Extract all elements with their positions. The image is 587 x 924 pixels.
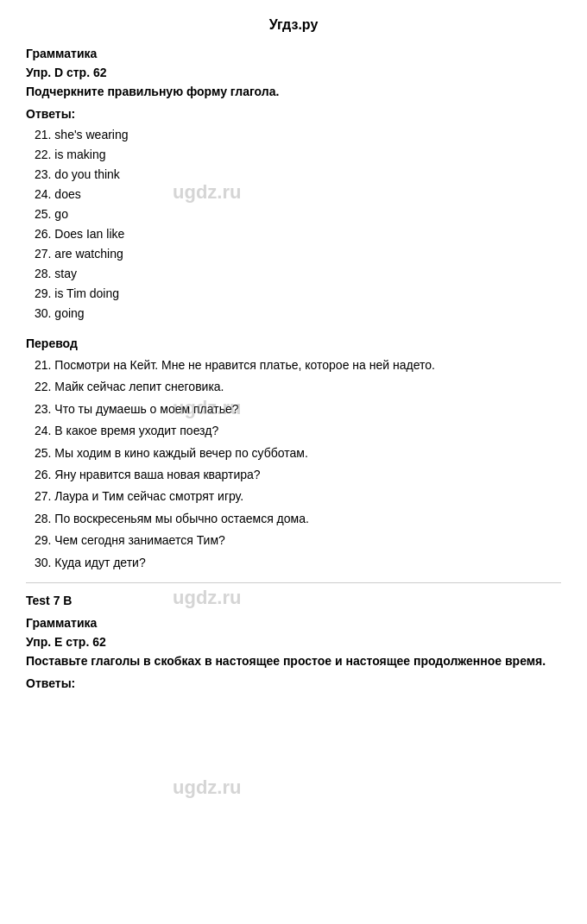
answer-item: 22. is making (35, 146, 561, 164)
answer-item: 27. are watching (35, 245, 561, 263)
translation-item: 29. Чем сегодня занимается Тим? (35, 531, 561, 550)
answer-item: 26. Does Ian like (35, 225, 561, 243)
answer-item: 23. do you think (35, 166, 561, 184)
translation-list: 21. Посмотри на Кейт. Мне не нравится пл… (26, 355, 561, 572)
translation-label: Перевод (26, 336, 561, 350)
translation-section: Перевод 21. Посмотри на Кейт. Мне не нра… (26, 336, 561, 572)
site-title: Угдз.ру (26, 17, 561, 33)
answer-item: 29. is Tim doing (35, 285, 561, 303)
translation-item: 28. По воскресеньям мы обычно остаемся д… (35, 509, 561, 528)
exercise-ref-2: Упр. Е стр. 62 (26, 635, 561, 649)
answers-label-1: Ответы: (26, 107, 561, 121)
translation-item: 26. Яну нравится ваша новая квартира? (35, 465, 561, 484)
grammar-label-2: Грамматика (26, 616, 561, 630)
watermark-4: ugdz.ru (173, 776, 241, 799)
answers-list-1: 21. she's wearing22. is making23. do you… (26, 126, 561, 323)
translation-item: 24. В какое время уходит поезд? (35, 421, 561, 440)
answer-item: 25. go (35, 205, 561, 223)
instruction-2: Поставьте глаголы в скобках в настоящее … (26, 654, 561, 668)
instruction-1: Подчеркните правильную форму глагола. (26, 85, 561, 98)
section-divider (26, 582, 561, 583)
translation-item: 30. Куда идут дети? (35, 553, 561, 572)
grammar-label-1: Грамматика (26, 47, 561, 60)
answer-item: 28. stay (35, 265, 561, 283)
translation-item: 22. Майк сейчас лепит снеговика. (35, 377, 561, 396)
answers-label-2: Ответы: (26, 676, 561, 690)
exercise-ref-1: Упр. D стр. 62 (26, 66, 561, 79)
answer-item: 21. she's wearing (35, 126, 561, 144)
translation-item: 25. Мы ходим в кино каждый вечер по субб… (35, 443, 561, 462)
translation-item: 23. Что ты думаешь о моем платье? (35, 399, 561, 418)
answer-item: 24. does (35, 185, 561, 204)
test-label: Test 7 B (26, 594, 561, 607)
translation-item: 21. Посмотри на Кейт. Мне не нравится пл… (35, 355, 561, 374)
answer-item: 30. going (35, 305, 561, 323)
translation-item: 27. Лаура и Тим сейчас смотрят игру. (35, 487, 561, 506)
